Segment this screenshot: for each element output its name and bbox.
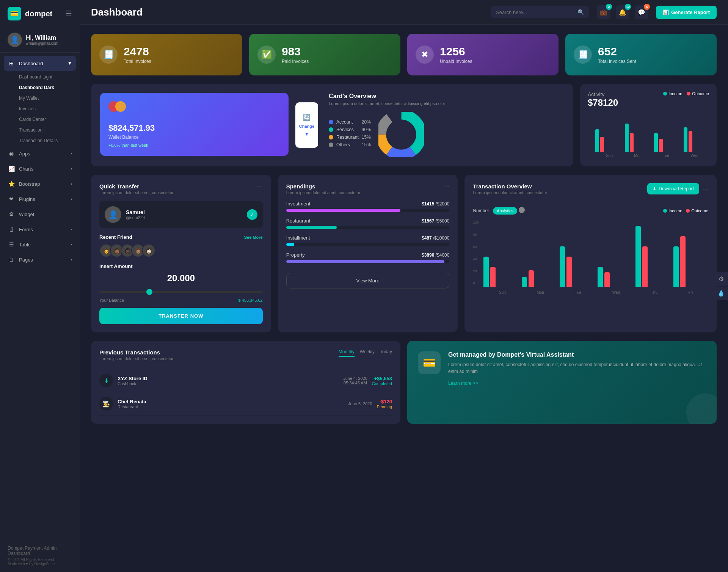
tab-today[interactable]: Today xyxy=(380,349,392,357)
tx-income-fri xyxy=(673,246,679,287)
more-options-icon[interactable]: ⋯ xyxy=(257,183,263,190)
tx-date-2: June 5, 2020 xyxy=(348,401,372,406)
search-input[interactable] xyxy=(496,9,574,15)
download-report-button[interactable]: ⬇ Download Report xyxy=(647,183,699,194)
sidebar-item-charts[interactable]: 📈 Charts › xyxy=(0,161,80,176)
sub-item-dashboard-light[interactable]: Dashboard Light xyxy=(0,72,80,82)
stat-card-paid: ✅ 983 Paid Invoices xyxy=(249,34,400,75)
activity-title-group: Activity $78120 xyxy=(588,91,618,113)
outcome-bar-wed xyxy=(689,131,692,152)
sub-item-cards-center[interactable]: Cards Center xyxy=(0,114,80,125)
va-text: Lorem ipsum dolor sit amet, consectetur … xyxy=(448,361,706,375)
view-more-button[interactable]: View More xyxy=(286,273,450,288)
stat-card-total-invoices: 🧾 2478 Total Invoices xyxy=(91,34,242,75)
spending-installment: Installment $487 /$10000 xyxy=(286,235,450,246)
tx-info-1: XYZ Store ID Cashback xyxy=(118,376,339,386)
sidebar-item-forms[interactable]: 🖨 Forms › xyxy=(0,222,80,237)
see-more-link[interactable]: See More xyxy=(244,235,263,240)
sidebar-item-pages[interactable]: 🗒 Pages › xyxy=(0,252,80,267)
amount-value: 20.000 xyxy=(99,273,263,284)
sidebar-item-widget[interactable]: ⚙ Widget xyxy=(0,207,80,222)
chevron-right-icon: › xyxy=(71,151,72,156)
change-button[interactable]: 🔄 Change ▼ xyxy=(295,102,318,148)
user-info: Hi, William william@gmail.com xyxy=(26,34,58,45)
tx-label-fri: Fri xyxy=(688,290,693,295)
tab-monthly[interactable]: Monthly xyxy=(339,349,355,357)
sidebar-item-label-widget: Widget xyxy=(19,212,34,217)
sub-item-invoices[interactable]: Invoices xyxy=(0,103,80,114)
wallet-balance-label: Wallet Balance xyxy=(108,135,280,140)
tx-income-sun xyxy=(483,257,489,287)
spending-restaurant-header: Restaurant $1567 /$5000 xyxy=(286,218,450,224)
generate-report-button[interactable]: 📊 Generate Report xyxy=(656,6,717,19)
sidebar-item-bootstrap[interactable]: ⭐ Bootstrap › xyxy=(0,176,80,191)
tx-toggle-number: Number xyxy=(473,208,489,213)
main-content: Dashboard 🔍 💼 2 🔔 12 💬 5 📊 Generate Repo… xyxy=(80,0,728,572)
legend-pct-restaurant: 15% xyxy=(362,135,371,140)
mc-circle-orange xyxy=(115,101,126,112)
refresh-icon: 🔄 xyxy=(303,114,311,121)
wallet-and-overview: $824,571.93 Wallet Balance +0,8% than la… xyxy=(91,84,573,166)
hamburger-icon[interactable]: ☰ xyxy=(65,9,72,18)
message-button[interactable]: 💬 5 xyxy=(635,5,648,19)
va-content: Get managed by Dompet's Virtual Assistan… xyxy=(448,351,706,386)
tx-toggle-group: Analytics xyxy=(493,207,525,215)
toggle-off-btn[interactable] xyxy=(519,207,525,213)
balance-row: Your Balance $ 456,345.62 xyxy=(99,298,263,302)
sidebar-item-plugins[interactable]: ❤ Plugins › xyxy=(0,191,80,207)
tx-group-thu xyxy=(635,226,670,287)
legend-label-restaurant: Restaurant xyxy=(336,135,359,140)
spending-name-property: Property xyxy=(286,252,305,258)
sidebar-item-table[interactable]: ☰ Table › xyxy=(0,237,80,252)
sub-item-transaction-details[interactable]: Transaction Details xyxy=(0,135,80,146)
briefcase-button[interactable]: 💼 2 xyxy=(597,5,610,19)
friend-avatar-5[interactable]: 👩🏻 xyxy=(142,244,155,257)
spending-name-restaurant: Restaurant xyxy=(286,218,311,224)
search-bar[interactable]: 🔍 xyxy=(491,6,589,18)
tx-label-tue: Tue xyxy=(575,290,581,295)
prev-tx-title: Previous Transactions xyxy=(99,349,174,356)
wallet-section: $824,571.93 Wallet Balance +0,8% than la… xyxy=(100,93,289,157)
income-bar-wed xyxy=(684,127,687,152)
tx-amount-status-2: -$120 Pending xyxy=(377,399,392,409)
legend-list: Account 20% Services 40% xyxy=(329,119,371,150)
notification-badge: 12 xyxy=(625,4,631,10)
bell-icon: 🔔 xyxy=(619,9,626,16)
progress-fill-property xyxy=(286,260,445,263)
tx-chart-labels: Sun Mon Tue Wed Thu Fri xyxy=(473,290,708,295)
notification-button[interactable]: 🔔 12 xyxy=(616,5,629,19)
tx-income-outcome-legend: Income Outcome xyxy=(663,208,708,213)
va-learn-more-link[interactable]: Learn more >> xyxy=(448,381,478,386)
bar-group-mon xyxy=(625,124,651,152)
toggle-analytics-btn[interactable]: Analytics xyxy=(493,207,517,215)
sub-item-transaction[interactable]: Transaction xyxy=(0,125,80,135)
tx-more-icon[interactable]: ⋯ xyxy=(702,185,708,193)
download-icon: ⬇ xyxy=(653,186,656,191)
activity-section: Activity $78120 Income Outcome xyxy=(580,84,717,166)
table-icon: ☰ xyxy=(8,241,15,248)
transfer-now-button[interactable]: TRANSFER NOW xyxy=(99,308,263,324)
spendings-more-icon[interactable]: ⋯ xyxy=(443,183,449,190)
tab-weekly[interactable]: Weekly xyxy=(360,349,375,357)
cards-overview-content: Account 20% Services 40% xyxy=(329,112,564,157)
income-bar-tue xyxy=(654,133,658,152)
sub-item-my-wallet[interactable]: My Wallet xyxy=(0,93,80,103)
stat-icon-sent: 🧾 xyxy=(574,45,592,64)
progress-fill-installment xyxy=(286,243,295,246)
side-drop-button[interactable]: 💧 xyxy=(714,287,728,300)
tx-income-wed xyxy=(598,267,603,287)
tx-outcome-tue xyxy=(566,257,572,287)
sidebar-item-apps[interactable]: ◉ Apps › xyxy=(0,146,80,161)
spending-restaurant: Restaurant $1567 /$5000 xyxy=(286,218,450,229)
sub-item-dashboard-dark[interactable]: Dashboard Dark xyxy=(0,82,80,93)
side-settings-button[interactable]: ⚙ xyxy=(714,272,728,286)
logo-text: dompet xyxy=(25,9,52,18)
tx-group-fri xyxy=(673,236,708,287)
activity-legend: Income Outcome xyxy=(663,91,709,96)
sidebar-item-dashboard[interactable]: ⊞ Dashboard ▼ xyxy=(4,56,76,71)
amount-slider[interactable] xyxy=(99,291,263,293)
tx-name-1: XYZ Store ID xyxy=(118,376,339,381)
legend-services: Services 40% xyxy=(329,127,371,132)
user-section: 👤 Hi, William william@gmail.com xyxy=(0,27,80,53)
wallet-balance-value: $824,571.93 xyxy=(108,123,280,133)
